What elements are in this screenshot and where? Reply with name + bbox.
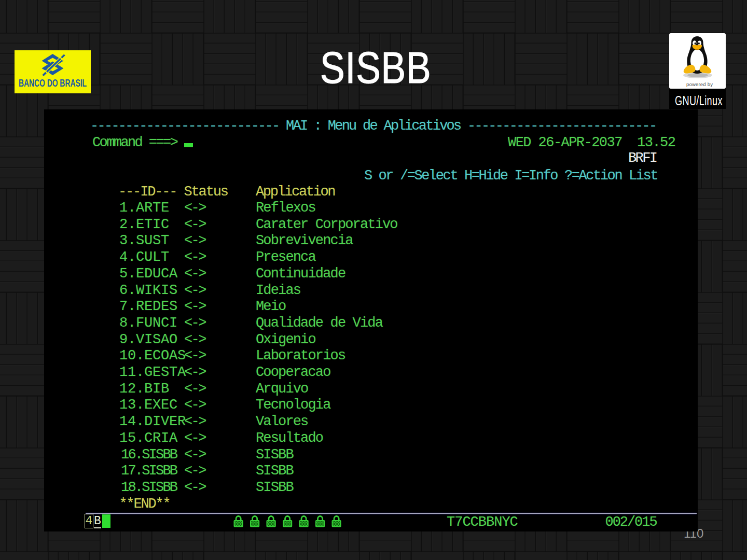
- svg-text:BANCO DO BRASIL: BANCO DO BRASIL: [19, 77, 87, 89]
